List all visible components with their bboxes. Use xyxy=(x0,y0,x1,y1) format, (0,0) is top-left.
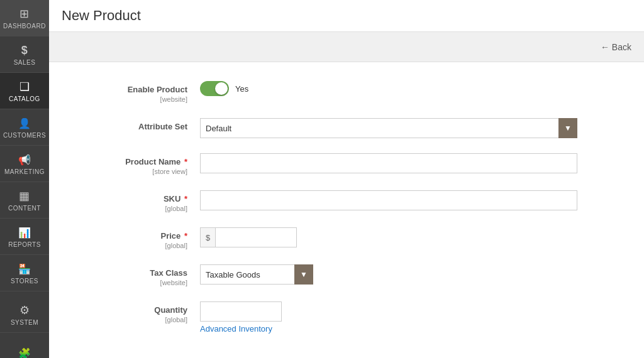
price-label: Price * xyxy=(74,231,187,241)
tax-class-label-col: Tax Class [website] xyxy=(74,264,200,286)
quantity-label: Quantity xyxy=(74,305,187,315)
price-currency-symbol: $ xyxy=(200,227,215,247)
price-scope: [global] xyxy=(74,242,187,249)
attribute-set-select[interactable]: Default xyxy=(200,118,577,138)
sidebar-item-label: STORES xyxy=(11,278,38,285)
product-name-row: Product Name * [store view] xyxy=(74,153,619,175)
product-name-control xyxy=(200,153,577,173)
dashboard-icon xyxy=(19,6,30,21)
product-name-required: * xyxy=(182,157,187,166)
tax-class-row: Tax Class [website] None Taxable Goods ▼ xyxy=(74,264,619,286)
enable-product-label: Enable Product xyxy=(74,85,187,94)
sidebar-item-reports[interactable]: REPORTS xyxy=(0,219,49,255)
marketing-icon xyxy=(18,152,31,166)
tax-class-label: Tax Class xyxy=(74,268,187,278)
attribute-set-label-col: Attribute Set xyxy=(74,118,200,131)
sidebar-item-partners[interactable]: FIND PARTNERS & EXTENSIONS xyxy=(0,338,49,358)
enable-product-scope: [website] xyxy=(74,95,187,103)
sidebar-item-label: CONTENT xyxy=(8,205,41,212)
quantity-input[interactable] xyxy=(200,301,282,322)
page-header: New Product xyxy=(49,0,644,32)
sidebar-item-marketing[interactable]: MARKETING xyxy=(0,146,49,182)
attribute-set-control: Default ▼ xyxy=(200,118,577,138)
product-name-scope: [store view] xyxy=(74,168,187,175)
sku-control xyxy=(200,190,577,210)
sku-label: SKU * xyxy=(74,194,187,203)
enable-product-control: Yes xyxy=(200,81,577,96)
sidebar-item-label: CATALOG xyxy=(9,95,40,102)
price-control: $ xyxy=(200,227,577,247)
customers-icon xyxy=(18,116,31,130)
stores-icon xyxy=(18,261,31,276)
sidebar-item-label: SALES xyxy=(14,59,36,66)
price-input[interactable] xyxy=(215,227,297,247)
back-button[interactable]: ← Back xyxy=(601,42,631,52)
sidebar-item-content[interactable]: CONTENT xyxy=(0,182,49,219)
attribute-set-label: Attribute Set xyxy=(74,122,187,131)
price-wrap: $ xyxy=(200,227,577,247)
partners-icon xyxy=(18,344,31,358)
quantity-scope: [global] xyxy=(74,316,187,323)
tax-class-select-wrap: None Taxable Goods ▼ xyxy=(200,264,313,285)
advanced-inventory-link[interactable]: Advanced Inventory xyxy=(200,324,577,334)
enable-product-row: Enable Product [website] Yes xyxy=(74,81,619,103)
sidebar-item-stores[interactable]: STORES xyxy=(0,255,49,291)
sidebar-item-sales[interactable]: SALES xyxy=(0,36,49,73)
attribute-set-select-wrap: Default ▼ xyxy=(200,118,577,138)
sku-label-col: SKU * [global] xyxy=(74,190,200,212)
toggle-track xyxy=(200,81,229,96)
sku-scope: [global] xyxy=(74,205,187,212)
form-area: Enable Product [website] Yes Attribu xyxy=(49,62,644,358)
toggle-wrap: Yes xyxy=(200,81,577,96)
sidebar-item-label: SYSTEM xyxy=(11,319,38,326)
price-row: Price * [global] $ xyxy=(74,227,619,249)
enable-product-value: Yes xyxy=(235,84,248,94)
reports-icon xyxy=(18,225,31,239)
product-name-input[interactable] xyxy=(200,153,577,173)
price-required: * xyxy=(182,231,187,241)
tax-class-select[interactable]: None Taxable Goods xyxy=(200,264,313,285)
quantity-row: Quantity [global] Advanced Inventory xyxy=(74,301,619,334)
enable-product-toggle[interactable] xyxy=(200,81,229,96)
sidebar-item-label: REPORTS xyxy=(8,241,41,248)
sidebar-item-customers[interactable]: CUSTOMERS xyxy=(0,109,49,146)
sidebar-item-dashboard[interactable]: DASHBOARD xyxy=(0,0,49,36)
sku-input[interactable] xyxy=(200,190,577,210)
quantity-control: Advanced Inventory xyxy=(200,301,577,334)
sidebar-item-system[interactable]: SYSTEM xyxy=(0,296,49,333)
sku-row: SKU * [global] xyxy=(74,190,619,212)
sku-required: * xyxy=(182,194,187,203)
catalog-icon xyxy=(19,79,30,94)
toggle-thumb xyxy=(215,82,228,95)
tax-class-control: None Taxable Goods ▼ xyxy=(200,264,577,285)
product-name-label-col: Product Name * [store view] xyxy=(74,153,200,175)
system-icon xyxy=(19,303,30,317)
sales-icon xyxy=(21,43,28,57)
product-name-label: Product Name * xyxy=(74,157,187,166)
sidebar: DASHBOARD SALES CATALOG CUSTOMERS MARKET… xyxy=(0,0,49,358)
enable-product-label-col: Enable Product [website] xyxy=(74,81,200,103)
sidebar-item-catalog[interactable]: CATALOG xyxy=(0,73,49,109)
sidebar-item-label: MARKETING xyxy=(4,168,45,175)
content-icon xyxy=(19,188,30,203)
sidebar-item-label: DASHBOARD xyxy=(3,23,46,30)
tax-class-scope: [website] xyxy=(74,279,187,286)
page-title: New Product xyxy=(62,8,631,24)
price-label-col: Price * [global] xyxy=(74,227,200,249)
sidebar-item-label: CUSTOMERS xyxy=(3,132,46,139)
main-content: New Product ← Back Enable Product [websi… xyxy=(49,0,644,358)
quantity-label-col: Quantity [global] xyxy=(74,301,200,323)
attribute-set-row: Attribute Set Default ▼ xyxy=(74,118,619,138)
toolbar: ← Back xyxy=(49,32,644,62)
